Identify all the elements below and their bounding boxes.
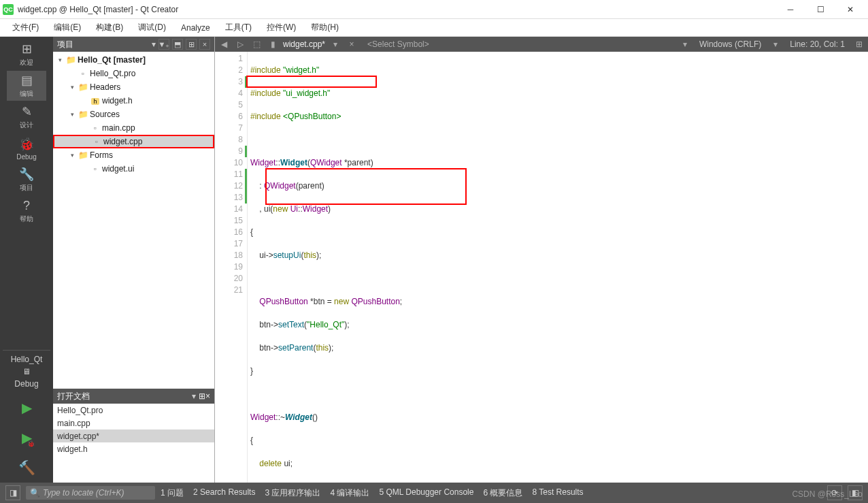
expand-icon[interactable]: ▾ [68, 84, 76, 91]
mode-button[interactable]: 🐞Debug [7, 133, 46, 163]
split-icon[interactable]: ⊞ [199, 391, 205, 401]
menu-item[interactable]: 编辑(E) [47, 19, 88, 36]
dropdown-icon[interactable]: ▾ [192, 391, 196, 401]
symbol-selector[interactable]: <Select Symbol> [362, 39, 435, 49]
code-editor: ◀ ▷ ⬚ ▮ widget.cpp* ▾ × <Select Symbol> … [215, 37, 868, 483]
menu-item[interactable]: 调试(D) [131, 19, 173, 36]
tree-label: Forms [90, 150, 113, 160]
split-icon[interactable]: ⊞ [186, 39, 197, 50]
tree-node[interactable]: ▫main.cpp [53, 121, 214, 135]
tree-label: Hello_Qt.pro [90, 69, 135, 78]
expand-icon[interactable]: ▾ [68, 111, 76, 118]
minimize-button[interactable]: ─ [775, 0, 805, 19]
statusbar: ◨ 🔍 Type to locate (Ctrl+K) 1 问题2 Search… [0, 483, 868, 503]
side-panel: 项目 ▾ ▼₊ ⬒ ⊞ × ▾📁Hello_Qt [master]▫Hello_… [53, 37, 215, 483]
editor-filename[interactable]: widget.cpp* [283, 39, 325, 49]
tree-node[interactable]: ▫widget.cpp [53, 135, 214, 148]
close-panel-icon[interactable]: × [205, 391, 210, 401]
menu-item[interactable]: 工具(T) [218, 19, 258, 36]
output-tab[interactable]: 3 应用程序输出 [265, 487, 320, 499]
file-icon: 📁 [65, 55, 76, 65]
close-button[interactable]: ✕ [835, 0, 865, 19]
mode-button[interactable]: ✎设计 [7, 102, 46, 132]
mode-label: 项目 [20, 183, 33, 193]
mode-icon: ⊞ [22, 42, 32, 56]
run-button[interactable]: ▶ [10, 395, 43, 420]
editor-toolbar: ◀ ▷ ⬚ ▮ widget.cpp* ▾ × <Select Symbol> … [215, 37, 868, 52]
doc-item[interactable]: main.cpp [53, 417, 214, 429]
close-file-icon[interactable]: × [346, 39, 358, 49]
split-editor-icon[interactable]: ⊞ [853, 39, 865, 49]
mode-sidebar: ⊞欢迎▤编辑✎设计🐞Debug🔧项目?帮助Hello_Qt🖥Debug▶▶🐞🔨 [0, 37, 53, 483]
mode-button[interactable]: 🔧项目 [7, 165, 46, 195]
back-icon[interactable]: ◀ [218, 39, 230, 49]
file-icon: ▫ [91, 137, 102, 146]
link-icon[interactable]: ⬒ [172, 39, 183, 50]
tree-node[interactable]: ▾📁Sources [53, 108, 214, 121]
mode-button[interactable]: ⊞欢迎 [7, 39, 46, 69]
tree-node[interactable]: hwidget.h [53, 94, 214, 108]
docs-panel-title: 打开文档 [57, 391, 192, 402]
output-tab[interactable]: 2 Search Results [193, 487, 255, 499]
expand-icon[interactable]: ▾ [68, 152, 76, 159]
project-panel-header: 项目 ▾ ▼₊ ⬒ ⊞ × [53, 37, 214, 52]
menu-item[interactable]: 文件(F) [5, 19, 46, 36]
line-ending-label[interactable]: Windows (CRLF) [695, 39, 765, 49]
lock-icon[interactable]: ⬚ [250, 39, 263, 49]
menu-item[interactable]: Analyze [174, 20, 217, 35]
dropdown-icon[interactable]: ▾ [329, 39, 341, 49]
tree-label: Sources [90, 110, 120, 119]
tree-node[interactable]: ▫widget.ui [53, 162, 214, 176]
filter-icon[interactable]: ▼₊ [158, 39, 169, 50]
close-panel-icon[interactable]: × [199, 39, 210, 50]
doc-item[interactable]: widget.cpp* [53, 429, 214, 442]
tree-label: Headers [90, 82, 120, 92]
kit-selector[interactable]: Hello_Qt🖥Debug [3, 350, 50, 393]
mode-icon: ✎ [22, 104, 32, 119]
dropdown-icon[interactable]: ▾ [152, 39, 156, 49]
file-icon: ▫ [78, 69, 88, 78]
doc-item[interactable]: widget.h [53, 442, 214, 455]
mode-button[interactable]: ▤编辑 [7, 71, 46, 101]
tree-node[interactable]: ▾📁Hello_Qt [master] [53, 53, 214, 67]
cursor-position[interactable]: Line: 20, Col: 1 [786, 39, 849, 49]
output-tab[interactable]: 5 QML Debugger Console [379, 487, 473, 499]
build-button[interactable]: 🔨 [10, 455, 43, 480]
source-text[interactable]: #include "widget.h" #include "ui_widget.… [248, 52, 868, 483]
tree-node[interactable]: ▾📁Headers [53, 80, 214, 94]
mode-label: 欢迎 [20, 58, 33, 67]
output-tab[interactable]: 4 编译输出 [330, 487, 369, 499]
docs-panel-header: 打开文档 ▾ ⊞ × [53, 389, 214, 404]
output-tabs[interactable]: 1 问题2 Search Results3 应用程序输出4 编译输出5 QML … [161, 487, 584, 499]
doc-item[interactable]: Hello_Qt.pro [53, 404, 214, 417]
dropdown-icon[interactable]: ▾ [769, 39, 782, 49]
menu-item[interactable]: 帮助(H) [304, 19, 346, 36]
expand-icon[interactable]: ▾ [56, 56, 64, 63]
dropdown-icon[interactable]: ▾ [679, 39, 691, 49]
line-gutter: 123456789101112131415161718192021 [215, 52, 248, 483]
mode-button[interactable]: ?帮助 [7, 196, 46, 226]
project-tree[interactable]: ▾📁Hello_Qt [master]▫Hello_Qt.pro▾📁Header… [53, 52, 214, 389]
file-icon: ▫ [90, 164, 101, 174]
file-icon: 📁 [78, 150, 88, 160]
watermark: CSDN @Ross_Leo [792, 489, 863, 499]
forward-icon[interactable]: ▷ [234, 39, 246, 49]
tree-node[interactable]: ▫Hello_Qt.pro [53, 67, 214, 80]
search-placeholder: Type to locate (Ctrl+K) [43, 488, 124, 498]
project-panel-title: 项目 [57, 39, 149, 50]
output-tab[interactable]: 8 Test Results [532, 487, 583, 499]
open-docs-list[interactable]: Hello_Qt.promain.cppwidget.cpp*widget.h [53, 404, 214, 483]
tree-node[interactable]: ▾📁Forms [53, 148, 214, 162]
maximize-button[interactable]: ☐ [805, 0, 835, 19]
toggle-sidebar-icon[interactable]: ◨ [5, 485, 20, 500]
run-button[interactable]: ▶🐞 [10, 425, 43, 450]
output-tab[interactable]: 1 问题 [161, 487, 184, 499]
tree-label: widget.cpp [103, 137, 142, 146]
app-logo: QC [3, 4, 14, 15]
search-icon: 🔍 [30, 488, 40, 498]
menu-item[interactable]: 控件(W) [260, 19, 303, 36]
menu-item[interactable]: 构建(B) [89, 19, 130, 36]
output-tab[interactable]: 6 概要信息 [483, 487, 522, 499]
locator-input[interactable]: 🔍 Type to locate (Ctrl+K) [26, 486, 155, 500]
code-area[interactable]: 123456789101112131415161718192021 #inclu… [215, 52, 868, 483]
